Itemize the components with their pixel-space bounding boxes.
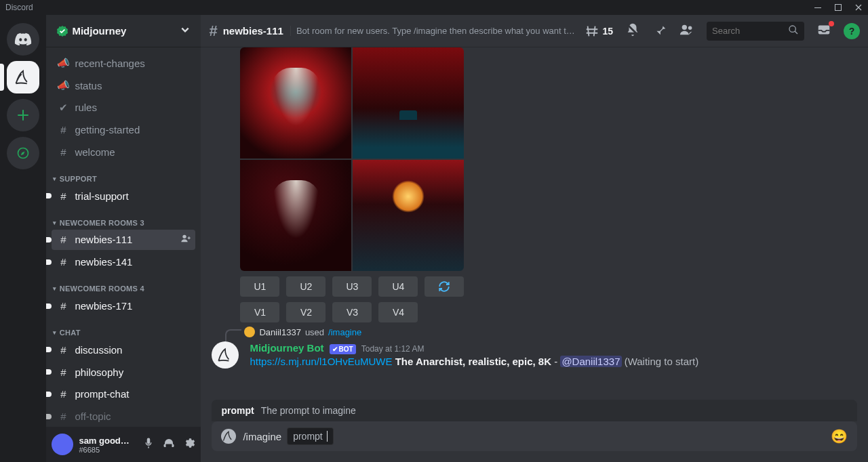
channel-topic[interactable]: Bot room for new users. Type /imagine th… bbox=[290, 26, 578, 36]
message-link[interactable]: https://s.mj.run/l1OHvEuMUWE bbox=[250, 356, 392, 367]
category-newcomer-3[interactable]: ▾NEWCOMER ROOMS 3 bbox=[53, 219, 195, 227]
reply-avatar bbox=[244, 327, 255, 337]
message-list[interactable]: U1 U2 U3 U4 V1 V2 V3 V4 Daniil1337 us bbox=[201, 47, 868, 400]
server-header[interactable]: Midjourney bbox=[46, 15, 201, 47]
user-panel: sam good… #6685 bbox=[46, 427, 201, 462]
channel-newbies-111[interactable]: #newbies-111 bbox=[52, 230, 195, 251]
hash-icon: # bbox=[57, 234, 69, 245]
close-icon[interactable] bbox=[854, 3, 863, 12]
inbox-icon[interactable] bbox=[816, 22, 831, 40]
announcement-icon: 📣 bbox=[57, 79, 69, 91]
svg-point-4 bbox=[682, 24, 687, 29]
emoji-button[interactable]: 😄 bbox=[831, 428, 848, 444]
v2-button[interactable]: V2 bbox=[286, 302, 326, 322]
u2-button[interactable]: U2 bbox=[286, 276, 326, 297]
category-chat[interactable]: ▾CHAT bbox=[53, 329, 195, 337]
channel-discussion[interactable]: #discussion bbox=[52, 339, 195, 360]
u1-button[interactable]: U1 bbox=[240, 276, 279, 297]
maximize-icon[interactable] bbox=[834, 3, 842, 12]
reply-context[interactable]: Daniil1337 used /imagine bbox=[244, 327, 361, 337]
channel-welcome[interactable]: #welcome bbox=[52, 142, 195, 163]
v1-button[interactable]: V1 bbox=[240, 302, 279, 322]
hash-icon: # bbox=[209, 22, 217, 40]
window-controls bbox=[814, 3, 863, 12]
server-midjourney[interactable] bbox=[7, 61, 39, 93]
param-chip[interactable]: prompt bbox=[287, 427, 334, 445]
dm-home-button[interactable] bbox=[7, 23, 39, 56]
reroll-button[interactable] bbox=[425, 276, 464, 297]
image-tile-2 bbox=[353, 47, 464, 159]
hash-icon: # bbox=[57, 411, 69, 422]
composer-content[interactable]: /imagine prompt bbox=[243, 427, 824, 445]
generated-image-grid[interactable] bbox=[240, 47, 464, 271]
channel-recent-changes[interactable]: 📣recent-changes bbox=[52, 53, 195, 74]
search-input[interactable] bbox=[712, 26, 784, 36]
members-icon[interactable] bbox=[679, 22, 694, 40]
announcement-icon: 📣 bbox=[57, 57, 69, 69]
channel-philosophy[interactable]: #philosophy bbox=[52, 362, 195, 383]
v4-button[interactable]: V4 bbox=[378, 302, 418, 322]
explore-button[interactable] bbox=[7, 137, 39, 169]
svg-point-5 bbox=[688, 26, 692, 30]
channel-newbies-141[interactable]: #newbies-141 bbox=[52, 251, 195, 272]
image-tile-3 bbox=[240, 160, 351, 271]
notification-icon[interactable] bbox=[625, 22, 640, 40]
add-server-button[interactable] bbox=[7, 99, 39, 131]
mute-icon[interactable] bbox=[142, 437, 155, 452]
channel-sidebar: Midjourney 📣recent-changes 📣status ✔rule… bbox=[46, 15, 201, 462]
svg-rect-0 bbox=[814, 7, 821, 8]
user-mention[interactable]: @Daniil1337 bbox=[560, 356, 621, 367]
hash-icon: # bbox=[57, 388, 69, 400]
pinned-icon[interactable] bbox=[652, 22, 667, 40]
u3-button[interactable]: U3 bbox=[332, 276, 372, 297]
rules-icon: ✔ bbox=[57, 102, 69, 114]
channel-title: # newbies-111 bbox=[209, 22, 283, 40]
attach-button[interactable] bbox=[221, 429, 236, 444]
threads-button[interactable]: 15 bbox=[585, 24, 613, 39]
category-support[interactable]: ▾SUPPORT bbox=[53, 175, 195, 183]
bot-avatar[interactable] bbox=[212, 341, 239, 369]
message-author[interactable]: Midjourney Bot bbox=[250, 341, 323, 355]
u4-button[interactable]: U4 bbox=[378, 276, 418, 297]
channel-rules[interactable]: ✔rules bbox=[52, 98, 195, 119]
hash-icon: # bbox=[57, 146, 69, 158]
hash-icon: # bbox=[57, 366, 69, 378]
user-tag: #6685 bbox=[79, 446, 137, 454]
message-composer[interactable]: /imagine prompt 😄 bbox=[212, 421, 857, 451]
channel-getting-started[interactable]: #getting-started bbox=[52, 119, 195, 140]
deafen-icon[interactable] bbox=[163, 437, 175, 452]
channel-off-topic[interactable]: #off-topic bbox=[52, 406, 195, 427]
settings-icon[interactable] bbox=[183, 437, 195, 452]
image-tile-1 bbox=[240, 47, 351, 159]
chevron-down-icon bbox=[180, 25, 190, 37]
hash-icon: # bbox=[57, 300, 69, 312]
create-invite-icon[interactable] bbox=[180, 233, 191, 246]
message: Daniil1337 used /imagine Midjourney Bot … bbox=[212, 341, 857, 369]
user-info[interactable]: sam good… #6685 bbox=[79, 436, 137, 454]
bot-tag: ✔ BOT bbox=[330, 344, 356, 354]
server-name: Midjourney bbox=[72, 25, 126, 37]
svg-point-6 bbox=[789, 26, 795, 32]
autocomplete-option: prompt bbox=[221, 405, 254, 416]
server-rail bbox=[0, 15, 46, 462]
minimize-icon[interactable] bbox=[814, 3, 822, 12]
search-box[interactable] bbox=[707, 22, 804, 41]
category-newcomer-4[interactable]: ▾NEWCOMER ROOMS 4 bbox=[53, 285, 195, 293]
autocomplete-popup[interactable]: prompt The prompt to imagine bbox=[212, 400, 857, 421]
main-area: # newbies-111 Bot room for new users. Ty… bbox=[201, 15, 868, 462]
v3-button[interactable]: V3 bbox=[332, 302, 372, 322]
image-tile-4 bbox=[353, 160, 464, 271]
verified-icon bbox=[57, 26, 68, 37]
channel-prompt-chat[interactable]: #prompt-chat bbox=[52, 383, 195, 404]
channel-newbies-171[interactable]: #newbies-171 bbox=[52, 295, 195, 316]
search-icon bbox=[788, 24, 799, 38]
hash-icon: # bbox=[57, 344, 69, 356]
titlebar: Discord bbox=[0, 0, 868, 15]
user-avatar[interactable] bbox=[52, 434, 73, 455]
app-name: Discord bbox=[5, 3, 33, 12]
help-button[interactable]: ? bbox=[844, 23, 860, 39]
variation-row: V1 V2 V3 V4 bbox=[240, 302, 857, 322]
message-content: https://s.mj.run/l1OHvEuMUWE The Anarchi… bbox=[250, 355, 857, 369]
channel-trial-support[interactable]: #trial-support bbox=[52, 186, 195, 207]
channel-status[interactable]: 📣status bbox=[52, 75, 195, 96]
